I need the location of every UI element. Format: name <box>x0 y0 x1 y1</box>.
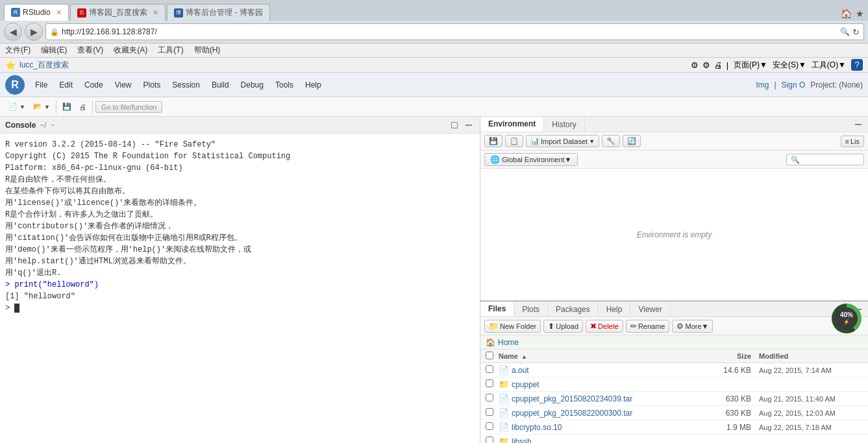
file-name[interactable]: cpuppet_pkg_20150822000300.tar <box>512 409 707 418</box>
file-checkbox[interactable] <box>486 408 493 416</box>
menu-rs-debug[interactable]: Debug <box>236 78 269 92</box>
star-btn[interactable]: ★ <box>856 8 864 19</box>
save-icon: 💾 <box>62 102 71 111</box>
back-button[interactable]: ◀ <box>4 23 22 41</box>
tab-packages[interactable]: Packages <box>548 302 599 317</box>
tab-favicon-rstudio: R <box>11 8 20 17</box>
menu-tools[interactable]: 工具(T) <box>158 45 183 56</box>
menu-rs-help[interactable]: Help <box>300 78 327 92</box>
env-refresh-btn[interactable]: 🔄 <box>623 135 641 147</box>
console-maximize-btn[interactable] <box>449 119 460 131</box>
more-btn[interactable]: ⚙ More▼ <box>672 320 713 333</box>
menu-rs-session[interactable]: Session <box>167 78 205 92</box>
file-checkbox[interactable] <box>486 437 493 443</box>
file-checkbox[interactable] <box>486 394 493 401</box>
menu-favorites[interactable]: 收藏夹(A) <box>114 45 147 56</box>
file-name[interactable]: a.out <box>512 366 707 375</box>
toolbar-open-btn[interactable]: 📂 ▼ <box>30 101 53 113</box>
upload-btn[interactable]: ⬆ Upload <box>543 320 583 333</box>
menu-rs-tools[interactable]: Tools <box>270 78 299 92</box>
console-path: ~/ <box>40 121 46 130</box>
favorites-label[interactable]: lucc_百度搜索 <box>19 60 69 71</box>
console-collapse-btn[interactable] <box>463 119 475 131</box>
file-checkbox[interactable] <box>486 379 493 387</box>
home-btn[interactable]: 🏠 <box>841 8 852 19</box>
img-link[interactable]: Img <box>756 80 769 90</box>
tab-files[interactable]: Files <box>480 302 514 317</box>
delete-btn[interactable]: ✖ Delete <box>586 320 623 333</box>
menu-view[interactable]: 查看(V) <box>77 45 103 56</box>
menu-rs-edit[interactable]: Edit <box>54 78 78 92</box>
toolbar-new-btn[interactable]: 📄 ▼ <box>5 101 29 113</box>
file-name[interactable]: libssh <box>512 437 707 444</box>
tab-viewer[interactable]: Viewer <box>630 302 670 317</box>
tab-close-baidu[interactable]: ✕ <box>153 8 158 17</box>
tab-plots[interactable]: Plots <box>514 302 548 317</box>
address-input[interactable] <box>62 27 840 36</box>
list-item: 📄libcrypto.so.101.9 MBAug 22, 2015, 7:18… <box>480 420 868 435</box>
menu-rs-code[interactable]: Code <box>79 78 108 92</box>
env-save-btn[interactable]: 💾 <box>484 135 502 147</box>
select-all-checkbox[interactable] <box>486 352 493 359</box>
env-search-input[interactable] <box>786 154 864 165</box>
toolbar-save-btn[interactable]: 💾 <box>59 101 75 113</box>
ie-icon-1[interactable]: ⚙ <box>691 60 699 70</box>
open-dropdown-icon: ▼ <box>44 104 50 110</box>
tab-blog[interactable]: 博 博客后台管理 - 博客园 <box>167 4 270 21</box>
tab-rstudio[interactable]: R RStudio ✕ <box>4 4 69 21</box>
header-checkbox[interactable] <box>486 352 499 361</box>
import-label: Import Dataset <box>541 138 588 145</box>
console-content[interactable]: R version 3.2.2 (2015-08-14) -- "Fire Sa… <box>0 134 480 443</box>
path-home-link[interactable]: Home <box>498 338 519 347</box>
menu-rs-file[interactable]: File <box>30 78 53 92</box>
env-list-btn[interactable]: ≡ Lis <box>841 136 864 147</box>
menu-file[interactable]: 文件(F) <box>5 45 31 56</box>
toolbar-go-btn[interactable]: Go to file/function <box>95 101 163 113</box>
console-path-icon: ~ <box>51 121 55 129</box>
menu-edit[interactable]: 编辑(E) <box>41 45 67 56</box>
tab-packages-label: Packages <box>556 305 590 314</box>
security-btn[interactable]: 安全(S)▼ <box>773 60 806 71</box>
global-env-dropdown[interactable]: 🌐 Global Environment▼ <box>484 153 578 166</box>
tab-environment[interactable]: Environment <box>480 117 544 132</box>
ie-icon-3[interactable]: 🖨 <box>714 60 723 70</box>
toolbar-print-btn[interactable]: 🖨 <box>76 101 90 113</box>
tab-baidu[interactable]: 百 博客园_百度搜索 ✕ <box>70 4 166 21</box>
refresh-icon[interactable]: ↻ <box>852 27 860 37</box>
help-icon[interactable]: ? <box>851 59 863 71</box>
tools-btn[interactable]: 工具(O)▼ <box>812 60 846 71</box>
file-name[interactable]: libcrypto.so.10 <box>512 423 707 432</box>
env-tools-btn[interactable]: 🔧 <box>602 135 620 147</box>
delete-icon: ✖ <box>590 322 597 331</box>
file-checkbox[interactable] <box>486 365 493 373</box>
ie-icon-2[interactable]: ⚙ <box>702 60 710 70</box>
file-name[interactable]: cpuppet <box>512 380 707 389</box>
menu-rs-view[interactable]: View <box>110 78 137 92</box>
console-header-btns <box>449 119 475 131</box>
browser-address-bar-row: ◀ ▶ 🔒 🔍 ↻ <box>0 21 868 43</box>
more-label: More▼ <box>685 322 708 330</box>
tab-help[interactable]: Help <box>599 302 631 317</box>
file-type-icon: 📄 <box>499 408 509 418</box>
browser-tab-bar: R RStudio ✕ 百 博客园_百度搜索 ✕ 博 博客后台管理 - 博客园 … <box>0 0 868 21</box>
env-load-btn[interactable]: 📋 <box>505 135 523 147</box>
rename-btn[interactable]: ✏ Rename <box>626 320 670 333</box>
env-minimize-btn[interactable] <box>852 119 864 130</box>
tab-plots-label: Plots <box>522 305 539 314</box>
header-size[interactable]: Size <box>707 352 759 360</box>
page-btn[interactable]: 页面(P)▼ <box>734 60 767 71</box>
sign-out-link[interactable]: Sign O <box>782 80 806 90</box>
menu-help[interactable]: 帮助(H) <box>194 45 221 56</box>
menu-rs-plots[interactable]: Plots <box>138 78 166 92</box>
tab-history[interactable]: History <box>544 117 584 132</box>
file-name[interactable]: cpuppet_pkg_20150820234039.tar <box>512 394 707 403</box>
header-name[interactable]: Name ▲ <box>499 352 707 360</box>
file-checkbox[interactable] <box>486 422 493 430</box>
menu-rs-build[interactable]: Build <box>206 78 234 92</box>
header-modified[interactable]: Modified <box>759 352 863 360</box>
new-folder-btn[interactable]: 📁 New Folder <box>484 320 541 333</box>
rstudio-header-right: Img | Sign O Project: (None) <box>756 80 863 90</box>
tab-close-rstudio[interactable]: ✕ <box>56 8 62 17</box>
forward-button[interactable]: ▶ <box>25 23 43 41</box>
import-dataset-btn[interactable]: 📊 Import Dataset ▼ <box>526 135 599 147</box>
